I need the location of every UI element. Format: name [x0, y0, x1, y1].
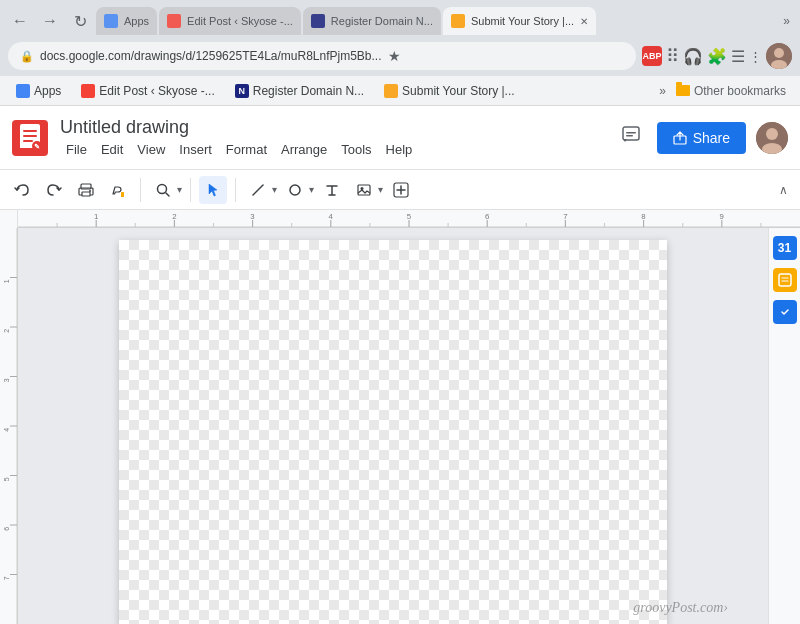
address-bar[interactable]: 🔒 docs.google.com/drawings/d/1259625TE4L… — [8, 42, 636, 70]
menu-help[interactable]: Help — [380, 140, 419, 159]
svg-point-19 — [89, 190, 91, 192]
forward-button[interactable]: → — [36, 7, 64, 35]
bookmark-submit[interactable]: Submit Your Story |... — [376, 82, 523, 100]
menu-tools[interactable]: Tools — [335, 140, 377, 159]
extension-icon-3[interactable]: 🎧 — [683, 47, 703, 66]
toolbar-collapse-button[interactable]: ∧ — [775, 179, 792, 201]
app-logo: ✎ — [12, 120, 48, 156]
svg-rect-11 — [626, 135, 633, 137]
bookmark-label-apps: Apps — [34, 84, 61, 98]
other-bookmarks-item[interactable]: Other bookmarks — [670, 82, 792, 100]
svg-rect-20 — [121, 192, 124, 197]
svg-text:5: 5 — [407, 212, 411, 220]
svg-text:9: 9 — [720, 212, 724, 220]
svg-point-21 — [158, 184, 167, 193]
redo-button[interactable] — [40, 176, 68, 204]
tab-more-button[interactable]: » — [779, 12, 794, 30]
keep-sidebar-icon[interactable] — [773, 268, 797, 292]
bookmark-star-button[interactable]: ★ — [388, 48, 401, 64]
profile-avatar[interactable] — [766, 43, 792, 69]
text-dropdown[interactable] — [318, 176, 346, 204]
undo-button[interactable] — [8, 176, 36, 204]
line-tool-button[interactable] — [244, 176, 272, 204]
zoom-button[interactable] — [149, 176, 177, 204]
watermark: groovyPost.com› — [633, 600, 728, 616]
calendar-sidebar-icon[interactable]: 31 — [773, 236, 797, 260]
menu-view[interactable]: View — [131, 140, 171, 159]
svg-rect-10 — [626, 132, 636, 134]
select-tool-button[interactable] — [199, 176, 227, 204]
tab-apps[interactable]: Apps — [96, 7, 157, 35]
svg-text:5: 5 — [3, 477, 10, 481]
print-button[interactable] — [72, 176, 100, 204]
shape-dropdown-arrow[interactable]: ▾ — [309, 184, 314, 195]
extension-icon-2[interactable]: ⠿ — [666, 45, 679, 67]
tab-label-submit: Submit Your Story |... — [471, 15, 574, 27]
tab-register[interactable]: Register Domain N... — [303, 7, 441, 35]
tab-bar: ← → ↻ Apps Edit Post ‹ Skyose -... Regis… — [0, 0, 800, 36]
svg-text:1: 1 — [3, 279, 10, 283]
tab-label-edit: Edit Post ‹ Skyose -... — [187, 15, 293, 27]
folder-icon — [676, 85, 690, 96]
bookmarks-bar: Apps Edit Post ‹ Skyose -... N Register … — [0, 76, 800, 106]
ruler-corner — [0, 210, 18, 228]
line-dropdown-arrow[interactable]: ▾ — [272, 184, 277, 195]
svg-text:6: 6 — [485, 212, 489, 220]
svg-line-22 — [166, 193, 169, 196]
extension-icon-6[interactable]: ⋮ — [749, 49, 762, 64]
tasks-sidebar-icon[interactable] — [773, 300, 797, 324]
tab-submit[interactable]: Submit Your Story |... ✕ — [443, 7, 596, 35]
canvas-container[interactable]: groovyPost.com› — [18, 228, 768, 624]
extension-icon-4[interactable]: 🧩 — [707, 47, 727, 66]
bookmark-edit-post[interactable]: Edit Post ‹ Skyose -... — [73, 82, 222, 100]
image-tool-button[interactable] — [350, 176, 378, 204]
tab-edit-post[interactable]: Edit Post ‹ Skyose -... — [159, 7, 301, 35]
comment-button[interactable] — [615, 119, 647, 156]
menu-insert[interactable]: Insert — [173, 140, 218, 159]
bookmarks-more-icon[interactable]: » — [659, 84, 666, 98]
bookmark-favicon-edit — [81, 84, 95, 98]
tab-close-icon[interactable]: ✕ — [580, 16, 588, 27]
menu-file[interactable]: File — [60, 140, 93, 159]
ruler-row: 1 2 3 4 5 6 7 8 9 — [0, 210, 800, 228]
zoom-dropdown-arrow[interactable]: ▾ — [177, 184, 182, 195]
menu-format[interactable]: Format — [220, 140, 273, 159]
app-title-area: Untitled drawing File Edit View Insert F… — [60, 117, 603, 159]
extension-icon-5[interactable]: ☰ — [731, 47, 745, 66]
svg-point-24 — [290, 185, 300, 195]
menu-edit[interactable]: Edit — [95, 140, 129, 159]
bookmark-label-register: Register Domain N... — [253, 84, 364, 98]
svg-text:2: 2 — [3, 329, 10, 333]
app-header: ✎ Untitled drawing File Edit View Insert… — [0, 106, 800, 170]
back-button[interactable]: ← — [6, 7, 34, 35]
text-tool-button[interactable] — [318, 176, 346, 204]
bookmark-apps[interactable]: Apps — [8, 82, 69, 100]
add-tool-button[interactable] — [387, 176, 415, 204]
right-sidebar: 31 — [768, 228, 800, 624]
image-dropdown[interactable]: ▾ — [350, 176, 383, 204]
calendar-label: 31 — [778, 241, 791, 255]
zoom-dropdown[interactable]: ▾ — [149, 176, 182, 204]
reload-button[interactable]: ↻ — [66, 7, 94, 35]
tab-label-register: Register Domain N... — [331, 15, 433, 27]
tab-favicon-submit — [451, 14, 465, 28]
line-dropdown[interactable]: ▾ — [244, 176, 277, 204]
drawing-canvas[interactable] — [119, 240, 667, 624]
ruler-left: 1 2 3 4 5 6 7 — [0, 228, 18, 624]
user-avatar[interactable] — [756, 122, 788, 154]
bookmark-register[interactable]: N Register Domain N... — [227, 82, 372, 100]
paint-format-button[interactable] — [104, 176, 132, 204]
shape-dropdown[interactable]: ▾ — [281, 176, 314, 204]
svg-rect-25 — [358, 185, 370, 195]
image-dropdown-arrow[interactable]: ▾ — [378, 184, 383, 195]
share-label: Share — [693, 130, 730, 146]
svg-rect-6 — [23, 140, 33, 142]
menu-arrange[interactable]: Arrange — [275, 140, 333, 159]
svg-text:8: 8 — [641, 212, 645, 220]
svg-rect-5 — [23, 135, 37, 137]
shape-tool-button[interactable] — [281, 176, 309, 204]
svg-text:1: 1 — [94, 212, 98, 220]
abp-extension-icon[interactable]: ABP — [642, 46, 662, 66]
share-button[interactable]: Share — [657, 122, 746, 154]
svg-rect-76 — [779, 274, 791, 286]
